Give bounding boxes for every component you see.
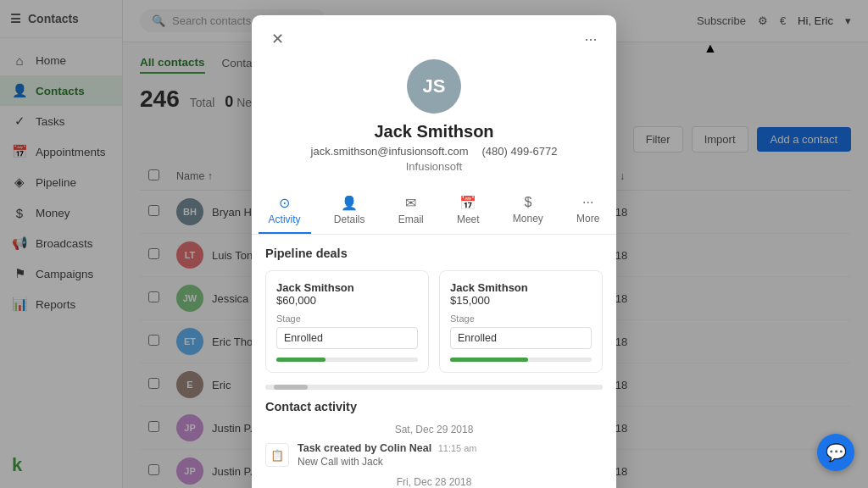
meet-tab-label: Meet: [457, 214, 480, 225]
activity-list: Sat, Dec 29 2018 📋 Task created by Colin…: [265, 424, 603, 488]
pipeline-section-title: Pipeline deals: [265, 247, 603, 260]
modal-tab-meet[interactable]: 📅 Meet: [447, 190, 490, 234]
deal-amount-1: $15,000: [450, 294, 592, 307]
email-tab-icon: ✉: [405, 195, 416, 211]
deal-amount-0: $60,000: [276, 294, 418, 307]
more-tab-icon: ···: [582, 195, 593, 210]
money-tab-label: Money: [513, 213, 543, 225]
modal-tabs: ⊙ Activity 👤 Details ✉ Email 📅 Meet $ Mo…: [252, 185, 616, 235]
modal-tab-money[interactable]: $ Money: [503, 190, 554, 234]
activity-sub: New Call with Jack: [298, 456, 477, 468]
modal-tab-more[interactable]: ··· More: [566, 190, 609, 234]
activity-tab-label: Activity: [269, 214, 301, 225]
details-tab-icon: 👤: [341, 195, 358, 211]
scroll-thumb: [274, 385, 308, 390]
deal-stage-label-0: Stage: [276, 313, 418, 324]
activity-section: Contact activity Sat, Dec 29 2018 📋 Task…: [265, 400, 603, 488]
modal-tab-email[interactable]: ✉ Email: [388, 190, 434, 234]
modal-more-button[interactable]: ···: [579, 27, 603, 51]
chat-icon: 💬: [826, 442, 847, 463]
deal-stage-label-1: Stage: [450, 313, 592, 324]
modal-close-button[interactable]: ✕: [265, 27, 289, 51]
deals-row: Jack Smithson $60,000 Stage Enrolled Jac…: [265, 270, 603, 373]
contact-phone: (480) 499-6772: [481, 145, 557, 158]
contact-modal: ✕ ··· JS Jack Smithson jack.smithson@inf…: [252, 15, 616, 488]
activity-tab-icon: ⊙: [279, 195, 290, 211]
modal-body[interactable]: Pipeline deals Jack Smithson $60,000 Sta…: [252, 235, 616, 488]
contact-profile: JS Jack Smithson jack.smithson@infusions…: [252, 51, 616, 185]
activity-date-header: Sat, Dec 29 2018: [265, 424, 603, 435]
modal-header: ✕ ···: [252, 15, 616, 51]
deal-card-0: Jack Smithson $60,000 Stage Enrolled: [265, 270, 429, 373]
scroll-indicator: [265, 385, 603, 390]
avatar-initials: JS: [423, 75, 446, 97]
contact-company: Infusionsoft: [406, 160, 463, 173]
modal-tab-activity[interactable]: ⊙ Activity: [259, 190, 311, 234]
contact-avatar: JS: [407, 59, 461, 114]
meet-tab-icon: 📅: [459, 195, 476, 211]
money-tab-icon: $: [524, 195, 531, 210]
activity-time: 11:15 am: [438, 443, 477, 453]
deal-stage-select-0[interactable]: Enrolled: [276, 327, 418, 349]
deal-card-1: Jack Smithson $15,000 Stage Enrolled: [439, 270, 603, 373]
activity-section-title: Contact activity: [265, 400, 603, 413]
modal-tab-details[interactable]: 👤 Details: [324, 190, 376, 234]
activity-date-header: Fri, Dec 28 2018: [265, 476, 603, 488]
activity-text: Task created by Colin Neal 11:15 am: [298, 442, 477, 454]
contact-info-row: jack.smithson@infusionsoft.com (480) 499…: [311, 145, 558, 158]
deal-stage-select-1[interactable]: Enrolled: [450, 327, 592, 349]
activity-item: 📋 Task created by Colin Neal 11:15 am Ne…: [265, 442, 603, 468]
email-tab-label: Email: [398, 214, 424, 225]
contact-name: Jack Smithson: [374, 122, 493, 141]
activity-details: Task created by Colin Neal 11:15 am New …: [298, 442, 477, 468]
activity-icon: 📋: [265, 443, 289, 467]
chat-button[interactable]: 💬: [817, 434, 854, 471]
more-tab-label: More: [576, 213, 599, 225]
details-tab-label: Details: [334, 214, 365, 225]
deal-progress-1: [450, 358, 592, 362]
deal-name-0: Jack Smithson: [276, 281, 418, 294]
contact-email[interactable]: jack.smithson@infusionsoft.com: [311, 145, 469, 158]
deal-progress-0: [276, 358, 418, 362]
deal-name-1: Jack Smithson: [450, 281, 592, 294]
